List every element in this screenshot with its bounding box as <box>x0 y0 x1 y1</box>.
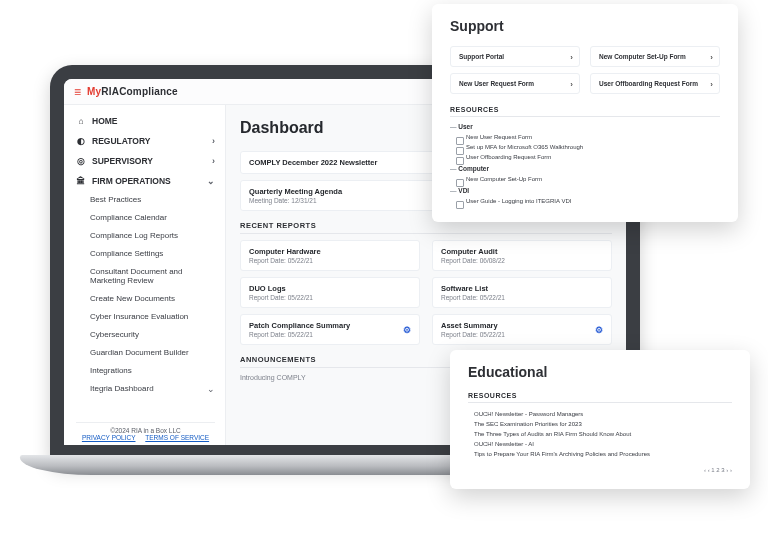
resource-link[interactable]: OUCH! Newsletter - Password Managers <box>468 409 732 419</box>
sidebar-footer: ©2024 RIA in a Box LLC PRIVACY POLICY TE… <box>76 422 215 441</box>
report-sub: Report Date: 05/22/21 <box>249 331 411 338</box>
gear-icon[interactable]: ⚙ <box>595 325 603 335</box>
eye-icon: ◎ <box>76 156 86 166</box>
support-resources-heading: RESOURCES <box>450 106 720 117</box>
report-card[interactable]: Computer AuditReport Date: 06/08/22 <box>432 240 612 271</box>
report-card[interactable]: Asset SummaryReport Date: 05/22/21⚙ <box>432 314 612 345</box>
home-icon: ⌂ <box>76 116 86 126</box>
shield-icon: ◐ <box>76 136 86 146</box>
chevron-right-icon: › <box>212 136 215 146</box>
brand-logo[interactable]: MyRIACompliance <box>87 86 178 97</box>
sidebar-item[interactable]: Integrations <box>90 362 215 378</box>
tree-item[interactable]: New User Request Form <box>450 132 720 142</box>
chevron-down-icon: ⌄ <box>207 176 215 186</box>
tree-item[interactable]: User Guide - Logging into ITEGRIA VDI <box>450 196 720 206</box>
report-card[interactable]: DUO LogsReport Date: 05/22/21 <box>240 277 420 308</box>
brand-part3: Compliance <box>119 86 178 97</box>
tree-group-computer[interactable]: Computer <box>450 165 720 172</box>
support-card-label: New Computer Set-Up Form <box>599 53 686 60</box>
sidebar-item[interactable]: Compliance Calendar <box>90 209 215 225</box>
chevron-right-icon: › <box>570 79 573 88</box>
sidebar-item[interactable]: Itegria Dashboard⌄ <box>90 380 215 397</box>
support-card-label: New User Request Form <box>459 80 534 87</box>
sidebar-item[interactable]: Compliance Log Reports <box>90 227 215 243</box>
report-title: Software List <box>441 284 488 293</box>
report-card[interactable]: Patch Compliance SummaryReport Date: 05/… <box>240 314 420 345</box>
privacy-link[interactable]: PRIVACY POLICY <box>82 434 136 441</box>
support-card[interactable]: User Offboarding Request Form› <box>590 73 720 94</box>
nav-firm-operations-label: FIRM OPERATIONS <box>92 176 171 186</box>
sidebar: ⌂HOME ◐REGULATORY› ◎SUPERVISORY› 🏛FIRM O… <box>64 105 226 445</box>
educational-resources-heading: RESOURCES <box>468 392 732 403</box>
sidebar-item[interactable]: Guardian Document Builder <box>90 344 215 360</box>
sidebar-item[interactable]: Cybersecurity <box>90 326 215 342</box>
brand-part2: RIA <box>101 86 119 97</box>
report-sub: Report Date: 05/22/21 <box>249 294 411 301</box>
nav-supervisory[interactable]: ◎SUPERVISORY› <box>76 151 215 171</box>
resource-link[interactable]: OUCH! Newsletter - AI <box>468 439 732 449</box>
gear-icon[interactable]: ⚙ <box>403 325 411 335</box>
sidebar-item[interactable]: Compliance Settings <box>90 245 215 261</box>
support-title: Support <box>450 18 720 34</box>
report-sub: Report Date: 05/22/21 <box>441 294 603 301</box>
nav-home-label: HOME <box>92 116 118 126</box>
tree-group-vdi[interactable]: VDI <box>450 187 720 194</box>
sidebar-item[interactable]: Consultant Document and Marketing Review <box>90 263 215 288</box>
nav-home[interactable]: ⌂HOME <box>76 111 215 131</box>
recent-reports-heading: RECENT REPORTS <box>240 221 612 234</box>
building-icon: 🏛 <box>76 176 86 186</box>
report-sub: Report Date: 05/22/21 <box>249 257 411 264</box>
copyright-text: ©2024 RIA in a Box LLC <box>76 427 215 434</box>
nav-regulatory[interactable]: ◐REGULATORY› <box>76 131 215 151</box>
report-sub: Report Date: 05/22/21 <box>441 331 603 338</box>
report-title: Patch Compliance Summary <box>249 321 350 330</box>
educational-title: Educational <box>468 364 732 380</box>
chevron-right-icon: › <box>710 52 713 61</box>
report-sub: Report Date: 06/08/22 <box>441 257 603 264</box>
sidebar-item-label: Itegria Dashboard <box>90 384 154 393</box>
support-card-label: Support Portal <box>459 53 504 60</box>
report-title: DUO Logs <box>249 284 286 293</box>
report-title: Computer Audit <box>441 247 497 256</box>
terms-link[interactable]: TERMS OF SERVICE <box>145 434 209 441</box>
menu-icon[interactable]: ≡ <box>74 85 81 99</box>
chevron-right-icon: › <box>570 52 573 61</box>
chevron-right-icon: › <box>212 156 215 166</box>
report-title: Computer Hardware <box>249 247 321 256</box>
brand-part1: My <box>87 86 101 97</box>
chevron-right-icon: › <box>710 79 713 88</box>
nav-supervisory-label: SUPERVISORY <box>92 156 153 166</box>
tree-item[interactable]: Set up MFA for Microsoft O365 Walkthroug… <box>450 142 720 152</box>
report-card[interactable]: Software ListReport Date: 05/22/21 <box>432 277 612 308</box>
report-card[interactable]: Computer HardwareReport Date: 05/22/21 <box>240 240 420 271</box>
support-panel: Support Support Portal› New Computer Set… <box>432 4 738 222</box>
support-card[interactable]: New User Request Form› <box>450 73 580 94</box>
tree-item[interactable]: User Offboarding Request Form <box>450 152 720 162</box>
resource-link[interactable]: Tips to Prepare Your RIA Firm's Archivin… <box>468 449 732 459</box>
nav-firm-operations[interactable]: 🏛FIRM OPERATIONS⌄ <box>76 171 215 191</box>
support-card[interactable]: Support Portal› <box>450 46 580 67</box>
resource-link[interactable]: The Three Types of Audits an RIA Firm Sh… <box>468 429 732 439</box>
sidebar-item[interactable]: Create New Documents <box>90 290 215 306</box>
educational-panel: Educational RESOURCES OUCH! Newsletter -… <box>450 350 750 489</box>
nav-regulatory-label: REGULATORY <box>92 136 150 146</box>
resource-link[interactable]: The SEC Examination Priorities for 2023 <box>468 419 732 429</box>
report-title: Asset Summary <box>441 321 498 330</box>
newsletter-title: COMPLY December 2022 Newsletter <box>249 158 377 167</box>
meeting-title: Quarterly Meeting Agenda <box>249 187 342 196</box>
tree-item[interactable]: New Computer Set-Up Form <box>450 174 720 184</box>
support-card-label: User Offboarding Request Form <box>599 80 698 87</box>
support-card[interactable]: New Computer Set-Up Form› <box>590 46 720 67</box>
sidebar-item[interactable]: Best Practices <box>90 191 215 207</box>
tree-group-user[interactable]: User <box>450 123 720 130</box>
pager[interactable]: ‹ ‹ 1 2 3 › › <box>468 467 732 473</box>
chevron-down-icon: ⌄ <box>207 384 215 394</box>
sidebar-item[interactable]: Cyber Insurance Evaluation <box>90 308 215 324</box>
